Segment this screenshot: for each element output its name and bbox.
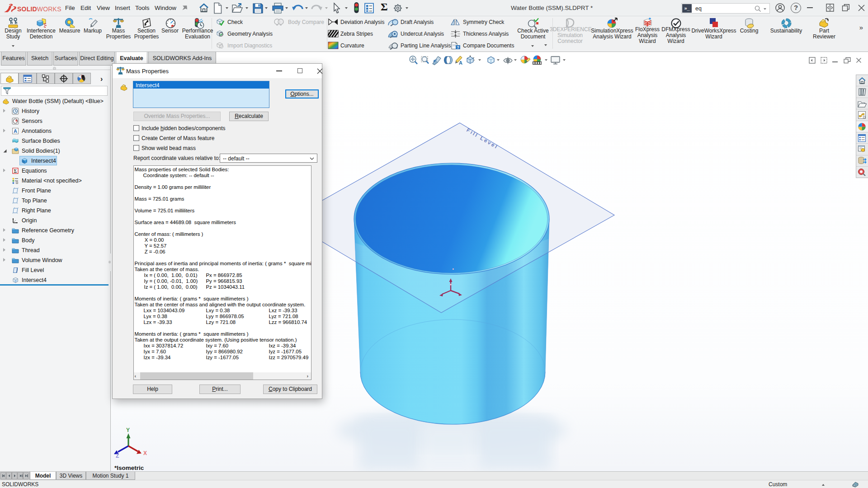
svg-text:Σ: Σ: [14, 169, 17, 174]
svg-text:*Isometric: *Isometric: [114, 465, 144, 471]
svg-text:A: A: [459, 60, 462, 66]
svg-text:SOLIDWORKS: SOLIDWORKS: [17, 5, 61, 13]
svg-text:Y: Y: [126, 427, 130, 433]
svg-text:Z: Z: [116, 453, 119, 459]
svg-text:A: A: [14, 128, 17, 134]
svg-text:X: X: [143, 450, 147, 456]
svg-text:?: ?: [457, 45, 459, 50]
